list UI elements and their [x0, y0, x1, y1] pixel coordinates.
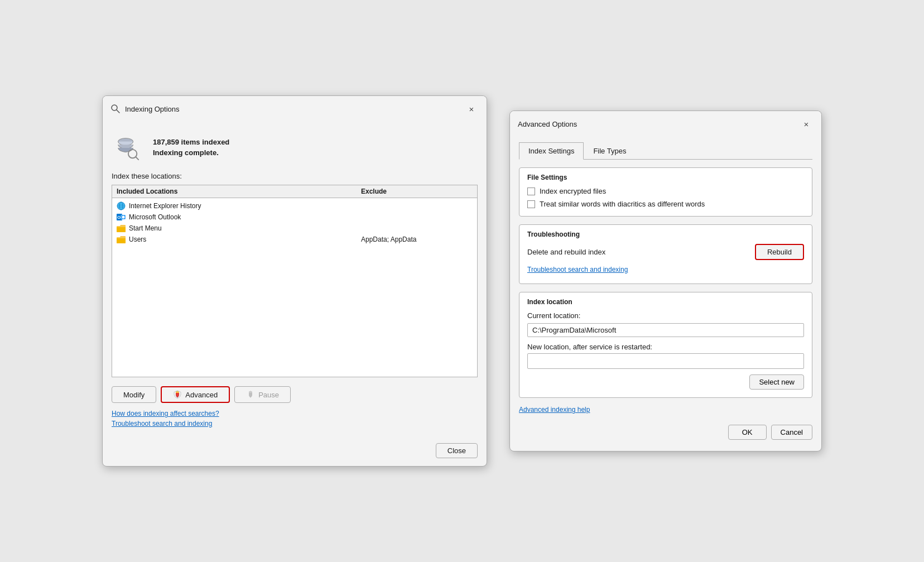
- advanced-button-label: Advanced: [185, 391, 218, 399]
- col-included-header: Included Locations: [117, 188, 361, 195]
- indexing-action-buttons: Modify Advanced Pau: [112, 386, 478, 403]
- location-startmenu-exclude: [361, 224, 473, 224]
- location-ie-text: Internet Explorer History: [129, 202, 201, 210]
- troubleshooting-group: Troubleshooting Delete and rebuild index…: [519, 224, 812, 284]
- items-indexed-label: 187,859 items indexed: [153, 138, 229, 146]
- tabs-bar: Index Settings File Types: [519, 142, 812, 160]
- location-outlook-exclude: [361, 213, 473, 213]
- modify-button[interactable]: Modify: [112, 386, 156, 403]
- shield-icon: [173, 390, 182, 399]
- encrypt-checkbox-row[interactable]: Index encrypted files: [527, 187, 804, 195]
- encrypt-checkbox-label: Index encrypted files: [540, 187, 606, 195]
- indexing-title-icon: [110, 104, 121, 114]
- pause-button-label: Pause: [258, 391, 279, 399]
- file-settings-title: File Settings: [527, 174, 804, 181]
- select-new-row: Select new: [527, 374, 804, 390]
- current-location-value: C:\ProgramData\Microsoft: [527, 323, 804, 337]
- table-row[interactable]: Start Menu: [112, 223, 477, 234]
- indexing-status-label: Indexing complete.: [153, 148, 229, 157]
- location-name-outlook: O Microsoft Outlook: [117, 213, 361, 222]
- advanced-button[interactable]: Advanced: [161, 386, 230, 403]
- location-name-startmenu: Start Menu: [117, 224, 361, 233]
- advanced-close-button[interactable]: ×: [799, 117, 814, 131]
- folder-icon-users: [117, 235, 126, 244]
- tab-index-settings[interactable]: Index Settings: [519, 142, 584, 160]
- outlook-icon: O: [117, 213, 126, 222]
- svg-line-4: [136, 157, 138, 160]
- locations-table-header: Included Locations Exclude: [112, 185, 477, 198]
- close-button[interactable]: Close: [436, 443, 478, 458]
- troubleshoot-indexing-link[interactable]: Troubleshoot search and indexing: [527, 266, 804, 273]
- col-exclude-header: Exclude: [361, 188, 473, 195]
- ie-icon: [117, 201, 126, 210]
- new-location-input[interactable]: [527, 353, 804, 369]
- troubleshooting-title: Troubleshooting: [527, 230, 804, 238]
- table-row[interactable]: O Microsoft Outlook: [112, 212, 477, 223]
- troubleshoot-link[interactable]: Troubleshoot search and indexing: [112, 420, 478, 427]
- indexing-titlebar: Indexing Options ×: [103, 96, 487, 121]
- indexing-close-button[interactable]: ×: [464, 102, 479, 116]
- index-locations-label: Index these locations:: [112, 172, 478, 180]
- advanced-titlebar: Advanced Options ×: [510, 111, 821, 136]
- table-row[interactable]: Internet Explorer History: [112, 200, 477, 212]
- index-location-group: Index location Current location: C:\Prog…: [519, 292, 812, 398]
- index-location-title: Index location: [527, 298, 804, 306]
- rebuild-button[interactable]: Rebuild: [755, 244, 804, 260]
- location-startmenu-text: Start Menu: [129, 224, 162, 232]
- indexing-title: Indexing Options: [125, 105, 464, 113]
- indexing-footer: Close: [103, 439, 487, 466]
- diacritics-checkbox-row[interactable]: Treat similar words with diacritics as d…: [527, 200, 804, 208]
- file-settings-group: File Settings Index encrypted files Trea…: [519, 167, 812, 217]
- indexing-body: 187,859 items indexed Indexing complete.…: [103, 121, 487, 439]
- delete-rebuild-label: Delete and rebuild index: [527, 248, 748, 256]
- location-name-users: Users: [117, 235, 361, 244]
- tab-file-types[interactable]: File Types: [584, 142, 636, 159]
- advanced-indexing-help-link[interactable]: Advanced indexing help: [519, 406, 812, 414]
- troubleshoot-section: Delete and rebuild index Rebuild: [527, 244, 804, 260]
- location-users-text: Users: [129, 236, 146, 243]
- advanced-footer-link-container: Advanced indexing help: [519, 406, 812, 414]
- pause-shield-icon: [246, 390, 255, 399]
- location-outlook-text: Microsoft Outlook: [129, 213, 181, 221]
- locations-table-body[interactable]: Internet Explorer History O: [112, 198, 477, 377]
- svg-line-1: [117, 110, 119, 113]
- locations-table: Included Locations Exclude: [112, 185, 478, 377]
- ok-button[interactable]: OK: [728, 425, 767, 440]
- how-indexing-link[interactable]: How does indexing affect searches?: [112, 410, 478, 417]
- location-users-exclude: AppData; AppData: [361, 235, 473, 243]
- svg-text:O: O: [117, 215, 121, 220]
- svg-point-13: [122, 216, 125, 219]
- advanced-dialog-footer: OK Cancel: [519, 421, 812, 442]
- indexing-large-icon: [112, 132, 143, 163]
- diacritics-checkbox[interactable]: [527, 200, 535, 208]
- cancel-button[interactable]: Cancel: [771, 425, 812, 440]
- advanced-body: Index Settings File Types File Settings …: [510, 136, 821, 451]
- advanced-title: Advanced Options: [518, 120, 799, 128]
- table-row[interactable]: Users AppData; AppData: [112, 234, 477, 245]
- current-location-label: Current location:: [527, 311, 804, 320]
- advanced-options-dialog: Advanced Options × Index Settings File T…: [509, 111, 822, 451]
- indexing-info: 187,859 items indexed Indexing complete.: [153, 138, 229, 157]
- new-location-label: New location, after service is restarted…: [527, 343, 804, 351]
- folder-icon-startmenu: [117, 224, 126, 233]
- location-ie-exclude: [361, 201, 473, 202]
- location-name-ie: Internet Explorer History: [117, 201, 361, 210]
- indexing-header: 187,859 items indexed Indexing complete.: [112, 127, 478, 172]
- indexing-options-dialog: Indexing Options × 187,859 items indexed: [102, 95, 487, 467]
- encrypt-checkbox[interactable]: [527, 188, 535, 195]
- select-new-button[interactable]: Select new: [749, 374, 804, 390]
- diacritics-checkbox-label: Treat similar words with diacritics as d…: [540, 200, 705, 208]
- pause-button[interactable]: Pause: [234, 386, 291, 403]
